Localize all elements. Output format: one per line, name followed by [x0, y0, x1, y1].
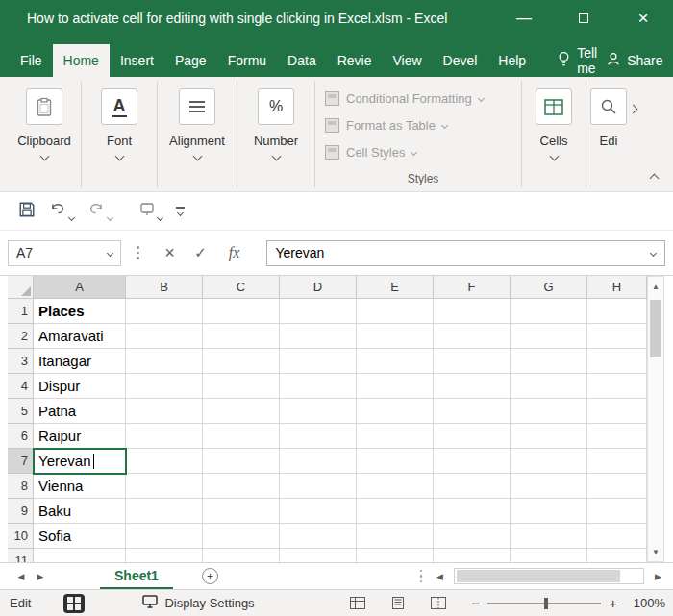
cell-D3[interactable] — [280, 349, 357, 374]
row-header-7[interactable]: 7 — [8, 449, 34, 474]
cell-C6[interactable] — [203, 424, 280, 449]
cell-H8[interactable] — [587, 474, 647, 499]
tab-formu[interactable]: Formu — [217, 44, 277, 77]
cell-D9[interactable] — [280, 499, 357, 524]
column-header-A[interactable]: A — [34, 276, 126, 299]
cell-E7[interactable] — [357, 449, 434, 474]
cell-H11[interactable] — [587, 549, 647, 562]
editing-group-button[interactable]: Edi — [586, 77, 631, 191]
cell-G10[interactable] — [511, 524, 587, 549]
scroll-up-button[interactable]: ▲ — [648, 277, 663, 296]
display-settings-button[interactable]: Display Settings — [142, 595, 254, 611]
cell-A7[interactable]: Yerevan — [34, 449, 126, 474]
minimize-button[interactable]: — — [494, 0, 554, 37]
page-layout-view-button[interactable] — [390, 597, 406, 609]
cell-B7[interactable] — [126, 449, 203, 474]
cell-B11[interactable] — [126, 549, 203, 562]
cell-A6[interactable]: Raipur — [34, 424, 126, 449]
cell-B3[interactable] — [126, 349, 203, 374]
column-header-B[interactable]: B — [126, 276, 203, 299]
tab-help[interactable]: Help — [487, 44, 536, 77]
normal-view-button[interactable] — [350, 597, 365, 609]
cell-B8[interactable] — [126, 474, 203, 499]
cell-F6[interactable] — [434, 424, 511, 449]
cell-F7[interactable] — [434, 449, 511, 474]
cell-D6[interactable] — [280, 424, 357, 449]
cell-H5[interactable] — [587, 399, 647, 424]
cell-D5[interactable] — [280, 399, 357, 424]
cancel-button[interactable]: × — [155, 240, 186, 266]
cell-B10[interactable] — [126, 524, 203, 549]
cell-H1[interactable] — [587, 299, 647, 324]
zoom-in-button[interactable]: + — [609, 595, 617, 611]
zoom-out-button[interactable]: − — [471, 595, 480, 611]
formula-bar-handle[interactable] — [137, 246, 139, 259]
formula-input[interactable]: Yerevan — [266, 240, 666, 266]
zoom-level[interactable]: 100% — [629, 596, 665, 610]
column-header-D[interactable]: D — [280, 276, 357, 299]
tab-insert[interactable]: Insert — [110, 44, 164, 77]
tab-devel[interactable]: Devel — [433, 44, 488, 77]
cell-C11[interactable] — [203, 549, 280, 562]
cell-C1[interactable] — [203, 299, 280, 324]
cell-A10[interactable]: Sofia — [34, 524, 126, 549]
row-header-2[interactable]: 2 — [8, 324, 34, 349]
previous-sheet-button[interactable]: ◀ — [12, 572, 31, 581]
cell-A2[interactable]: Amaravati — [34, 324, 126, 349]
cell-A1[interactable]: Places — [34, 299, 126, 324]
cell-E2[interactable] — [357, 324, 434, 349]
cell-G6[interactable] — [511, 424, 587, 449]
cell-D7[interactable] — [280, 449, 357, 474]
cell-G4[interactable] — [511, 374, 587, 399]
cell-A3[interactable]: Itanagar — [34, 349, 126, 374]
cell-A9[interactable]: Baku — [34, 499, 126, 524]
tab-page[interactable]: Page — [164, 44, 217, 77]
cell-styles-button[interactable]: Cell Styles — [325, 138, 521, 165]
cell-H4[interactable] — [587, 374, 647, 399]
alignment-group-button[interactable]: Alignment — [158, 77, 237, 191]
clipboard-group-button[interactable]: Clipboard — [8, 77, 81, 191]
vertical-scroll-thumb[interactable] — [650, 300, 661, 357]
cell-E4[interactable] — [357, 374, 434, 399]
cell-C3[interactable] — [203, 349, 280, 374]
cell-C5[interactable] — [203, 399, 280, 424]
font-group-button[interactable]: A Font — [82, 77, 157, 191]
cell-E6[interactable] — [357, 424, 434, 449]
row-header-1[interactable]: 1 — [8, 299, 34, 324]
cell-G11[interactable] — [511, 549, 587, 562]
cell-B1[interactable] — [126, 299, 203, 324]
cell-G3[interactable] — [511, 349, 587, 374]
cell-B6[interactable] — [126, 424, 203, 449]
number-group-button[interactable]: % Number — [237, 77, 314, 191]
cell-B2[interactable] — [126, 324, 203, 349]
add-sheet-button[interactable]: + — [202, 568, 218, 584]
cell-H6[interactable] — [587, 424, 647, 449]
row-header-11[interactable]: 11 — [8, 549, 34, 562]
cell-C4[interactable] — [203, 374, 280, 399]
cell-C7[interactable] — [203, 449, 280, 474]
column-header-F[interactable]: F — [434, 276, 511, 299]
cell-B4[interactable] — [126, 374, 203, 399]
page-break-view-button[interactable] — [431, 597, 446, 609]
tab-sheet1[interactable]: Sheet1 — [100, 563, 173, 589]
cell-H3[interactable] — [587, 349, 647, 374]
cell-B9[interactable] — [126, 499, 203, 524]
customize-quick-access-button[interactable] — [169, 203, 191, 219]
cell-F9[interactable] — [434, 499, 511, 524]
row-header-6[interactable]: 6 — [8, 424, 34, 449]
next-sheet-button[interactable]: ▶ — [31, 572, 50, 581]
cell-F11[interactable] — [434, 549, 511, 562]
cell-D10[interactable] — [280, 524, 357, 549]
cell-E8[interactable] — [357, 474, 434, 499]
horizontal-scroll-thumb[interactable] — [457, 570, 620, 582]
cells-group-button[interactable]: Cells — [522, 77, 586, 191]
cell-F8[interactable] — [434, 474, 511, 499]
cell-E5[interactable] — [357, 399, 434, 424]
cell-E11[interactable] — [357, 549, 434, 562]
cell-F5[interactable] — [434, 399, 511, 424]
cell-A5[interactable]: Patna — [34, 399, 126, 424]
undo-button[interactable] — [42, 198, 81, 224]
cell-E1[interactable] — [357, 299, 434, 324]
share-button[interactable]: Share — [607, 44, 662, 77]
cell-G2[interactable] — [511, 324, 587, 349]
